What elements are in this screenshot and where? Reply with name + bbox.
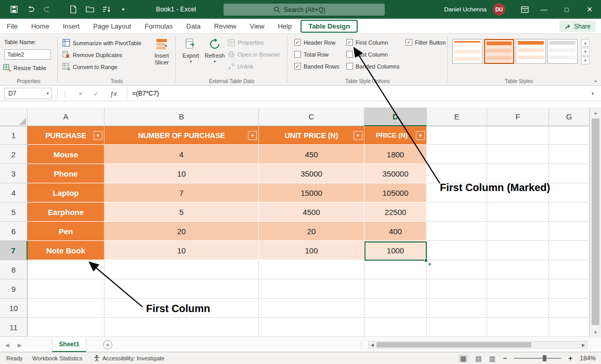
vertical-scroll-thumb[interactable] bbox=[592, 118, 599, 325]
convert-to-range-button[interactable]: Convert to Range bbox=[62, 63, 117, 71]
cell-B10[interactable] bbox=[104, 299, 259, 318]
enter-icon[interactable]: ✓ bbox=[90, 86, 102, 101]
formula-bar-gripper[interactable]: ⋮ bbox=[61, 86, 69, 101]
cell-A3[interactable]: Phone bbox=[28, 164, 104, 183]
tab-splitter-icon[interactable]: ⋮ bbox=[359, 338, 364, 352]
styles-scroll-up-button[interactable]: ▴ bbox=[581, 39, 590, 47]
remove-duplicates-button[interactable]: Remove Duplicates bbox=[62, 51, 122, 59]
row-header-1[interactable]: 1 bbox=[0, 126, 28, 145]
filter-button[interactable]: ▾ bbox=[354, 131, 362, 140]
open-folder-icon[interactable] bbox=[85, 5, 95, 14]
column-header-C[interactable]: C bbox=[259, 107, 364, 126]
cell-D2[interactable]: 1800 bbox=[364, 145, 427, 164]
avatar[interactable]: DU bbox=[493, 3, 505, 16]
cell-A8[interactable] bbox=[28, 260, 104, 279]
view-normal-icon[interactable]: ▦ bbox=[459, 355, 468, 362]
cell-F6[interactable] bbox=[487, 222, 549, 241]
checkbox-filter-button[interactable]: ✓ Filter Button bbox=[406, 39, 446, 46]
maximize-button[interactable]: □ bbox=[555, 0, 578, 19]
filter-button[interactable]: ▾ bbox=[416, 131, 425, 140]
row-header-2[interactable]: 2 bbox=[0, 145, 28, 164]
cell-C2[interactable]: 450 bbox=[259, 145, 364, 164]
workbook-statistics-button[interactable]: Workbook Statistics bbox=[32, 353, 82, 364]
cell-E10[interactable] bbox=[427, 299, 487, 318]
cell-D5[interactable]: 22500 bbox=[364, 203, 427, 222]
cell-D11[interactable] bbox=[364, 318, 427, 337]
accessibility-status[interactable]: Accessibility: Investigate bbox=[94, 353, 164, 364]
cell-C7[interactable]: 100 bbox=[259, 241, 364, 260]
insert-function-icon[interactable]: ƒx bbox=[107, 86, 120, 101]
column-header-A[interactable]: A bbox=[28, 107, 104, 126]
table-style-thumbnail-3[interactable] bbox=[516, 39, 546, 64]
redo-icon[interactable] bbox=[43, 5, 52, 14]
name-box-dropdown-icon[interactable]: ▾ bbox=[46, 91, 51, 96]
cell-A9[interactable] bbox=[28, 279, 104, 299]
cell-D10[interactable] bbox=[364, 299, 427, 318]
cell-B6[interactable]: 20 bbox=[104, 222, 259, 241]
column-header-B[interactable]: B bbox=[104, 107, 259, 126]
row-header-4[interactable]: 4 bbox=[0, 183, 28, 203]
styles-more-button[interactable]: ▾ bbox=[581, 57, 590, 64]
search-box[interactable]: Search (Alt+Q) bbox=[224, 4, 385, 16]
sheet-nav-left-icon[interactable]: ◀ bbox=[5, 338, 9, 352]
tab-help[interactable]: Help bbox=[271, 19, 298, 34]
cell-C5[interactable]: 4500 bbox=[259, 203, 364, 222]
cell-F10[interactable] bbox=[487, 299, 549, 318]
cell-E9[interactable] bbox=[427, 279, 487, 299]
tab-home[interactable]: Home bbox=[24, 19, 56, 34]
checkbox-header-row[interactable]: ✓ Header Row bbox=[294, 39, 335, 46]
checkbox-total-row[interactable]: Total Row bbox=[294, 51, 329, 58]
column-header-D-active[interactable]: D bbox=[364, 107, 427, 126]
row-header-10[interactable]: 10 bbox=[0, 299, 28, 318]
save-icon[interactable] bbox=[9, 5, 19, 14]
cell-G7[interactable] bbox=[549, 241, 590, 260]
zoom-in-button[interactable]: + bbox=[568, 354, 572, 362]
cell-D4[interactable]: 105000 bbox=[364, 183, 427, 203]
cell-A7[interactable]: Note Book bbox=[28, 241, 104, 260]
cell-E4[interactable] bbox=[427, 183, 487, 203]
row-header-7-active[interactable]: 7 bbox=[0, 241, 28, 260]
table-style-thumbnail-1[interactable] bbox=[452, 39, 482, 64]
cell-C8[interactable] bbox=[259, 260, 364, 279]
cancel-icon[interactable]: × bbox=[75, 86, 86, 101]
row-header-3[interactable]: 3 bbox=[0, 164, 28, 183]
cell-G3[interactable] bbox=[549, 164, 590, 183]
column-header-E[interactable]: E bbox=[427, 107, 487, 126]
undo-icon[interactable] bbox=[26, 5, 35, 14]
table-style-thumbnail-2-selected[interactable] bbox=[484, 39, 514, 64]
cell-A4[interactable]: Laptop bbox=[28, 183, 104, 203]
insert-slicer-button[interactable]: Insert Slicer bbox=[149, 38, 175, 65]
checkbox-last-column[interactable]: Last Column bbox=[346, 51, 388, 58]
user-name[interactable]: Daniel Uchenna bbox=[444, 6, 487, 12]
cell-D9[interactable] bbox=[364, 279, 427, 299]
row-header-11[interactable]: 11 bbox=[0, 318, 28, 337]
resize-table-button[interactable]: Resize Table bbox=[3, 64, 46, 72]
new-file-icon[interactable] bbox=[69, 5, 78, 14]
cell-F11[interactable] bbox=[487, 318, 549, 337]
tab-file[interactable]: File bbox=[0, 19, 24, 34]
cell-C1[interactable]: UNIT PRICE (N) ▾ bbox=[259, 126, 364, 145]
cell-E5[interactable] bbox=[427, 203, 487, 222]
cell-G1[interactable] bbox=[549, 126, 590, 145]
sheet-tab-sheet1[interactable]: Sheet1 bbox=[52, 338, 86, 352]
filter-button[interactable]: ▾ bbox=[94, 131, 102, 140]
tab-insert[interactable]: Insert bbox=[56, 19, 87, 34]
cell-C6[interactable]: 20 bbox=[259, 222, 364, 241]
cell-D3[interactable]: 350000 bbox=[364, 164, 427, 183]
row-header-6[interactable]: 6 bbox=[0, 222, 28, 241]
scroll-left-icon[interactable]: ◀ bbox=[369, 343, 376, 347]
cell-G11[interactable] bbox=[549, 318, 590, 337]
horizontal-scroll-thumb[interactable] bbox=[376, 342, 531, 347]
refresh-button[interactable]: Refresh ▾ bbox=[203, 38, 227, 64]
cell-F5[interactable] bbox=[487, 203, 549, 222]
cell-G9[interactable] bbox=[549, 279, 590, 299]
cell-C3[interactable]: 35000 bbox=[259, 164, 364, 183]
cell-C10[interactable] bbox=[259, 299, 364, 318]
tab-review[interactable]: Review bbox=[207, 19, 243, 34]
fill-handle[interactable] bbox=[424, 259, 428, 262]
scroll-up-icon[interactable]: ▴ bbox=[590, 107, 601, 118]
cell-B8[interactable] bbox=[104, 260, 259, 279]
table-name-input[interactable]: Table2 bbox=[4, 49, 51, 60]
export-button[interactable]: Export ▾ bbox=[180, 38, 202, 64]
horizontal-scrollbar[interactable]: ◀ ▶ bbox=[368, 341, 587, 348]
